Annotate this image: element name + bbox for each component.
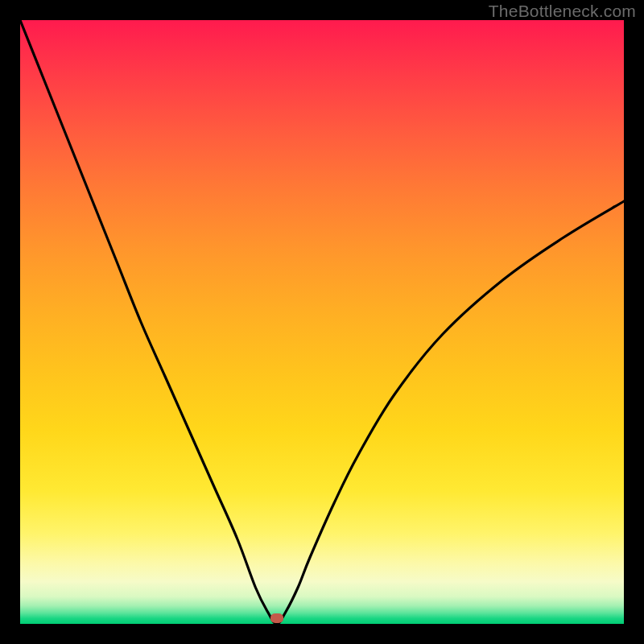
optimal-marker <box>270 613 283 623</box>
plot-area <box>20 20 624 624</box>
bottleneck-curve <box>20 20 624 624</box>
watermark-text: TheBottleneck.com <box>489 2 636 21</box>
chart-frame: TheBottleneck.com <box>0 0 644 644</box>
